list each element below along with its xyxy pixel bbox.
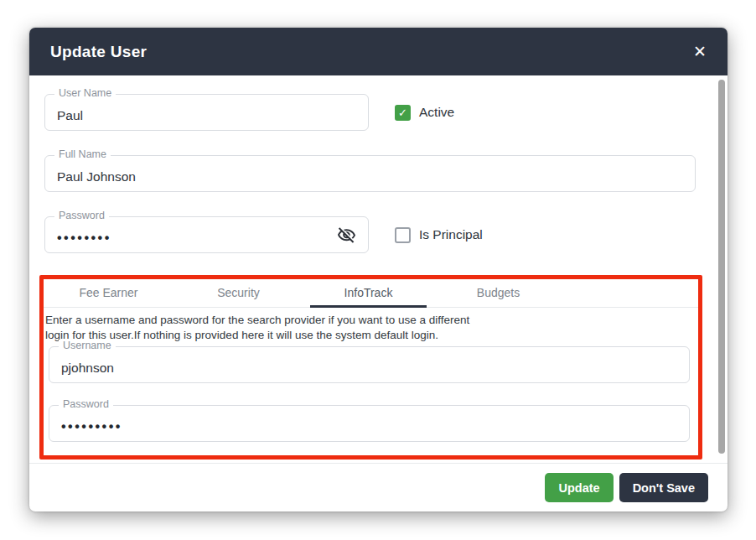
check-icon: ✓	[398, 107, 407, 118]
toggle-password-visibility-button[interactable]	[337, 226, 356, 251]
infotrack-password-input[interactable]	[61, 419, 677, 434]
is-principal-checkbox-label: Is Principal	[419, 227, 483, 242]
infotrack-panel: Enter a username and password for the se…	[44, 308, 698, 442]
tab-security[interactable]: Security	[173, 279, 303, 307]
full-name-input[interactable]	[57, 169, 683, 184]
infotrack-username-field[interactable]: Username	[49, 346, 690, 383]
close-button[interactable]: ✕	[693, 44, 707, 60]
annotation-highlight-box: Fee Earner Security InfoTrack Budgets En…	[39, 275, 702, 460]
infotrack-password-field[interactable]: Password	[49, 405, 690, 442]
password-row: Password ✓ Is Principal	[44, 216, 696, 253]
infotrack-password-label: Password	[59, 398, 113, 410]
infotrack-username-input[interactable]	[61, 361, 677, 376]
is-principal-checkbox[interactable]: ✓ Is Principal	[395, 227, 483, 243]
tab-budgets[interactable]: Budgets	[433, 279, 563, 307]
scrollbar-thumb[interactable]	[718, 80, 725, 454]
infotrack-help-text: Enter a username and password for the se…	[45, 313, 693, 343]
password-input[interactable]	[57, 231, 337, 246]
is-principal-checkbox-box[interactable]: ✓	[395, 227, 411, 243]
active-checkbox[interactable]: ✓ Active	[395, 105, 454, 121]
user-name-label: User Name	[54, 87, 116, 99]
tab-fee-earner[interactable]: Fee Earner	[44, 279, 173, 307]
full-name-label: Full Name	[54, 148, 111, 160]
dialog-body: User Name ✓ Active Full Name Password	[29, 75, 728, 463]
visibility-off-icon	[337, 226, 356, 247]
password-field[interactable]: Password	[44, 216, 369, 253]
close-icon: ✕	[693, 43, 707, 60]
active-checkbox-box[interactable]: ✓	[395, 105, 411, 121]
help-line-2: login for this user.If nothing is provid…	[45, 328, 693, 343]
dialog-title: Update User	[50, 43, 147, 61]
tab-bar: Fee Earner Security InfoTrack Budgets	[44, 279, 698, 308]
tab-infotrack[interactable]: InfoTrack	[303, 279, 433, 307]
user-name-input[interactable]	[57, 108, 356, 123]
user-name-row: User Name ✓ Active	[44, 94, 696, 131]
dialog-header: Update User ✕	[29, 28, 728, 75]
help-line-1: Enter a username and password for the se…	[45, 313, 693, 328]
active-checkbox-label: Active	[419, 105, 454, 120]
password-label: Password	[54, 210, 109, 221]
dialog-footer: Update Don't Save	[29, 463, 728, 511]
screen: { "modal": { "title": "Update User", "cl…	[0, 0, 756, 540]
infotrack-username-label: Username	[59, 340, 116, 351]
user-name-field[interactable]: User Name	[44, 94, 369, 131]
dont-save-button[interactable]: Don't Save	[619, 473, 708, 502]
full-name-field[interactable]: Full Name	[44, 155, 696, 192]
update-button[interactable]: Update	[545, 473, 613, 502]
update-user-dialog: Update User ✕ User Name ✓ Active Full Na…	[29, 28, 728, 511]
